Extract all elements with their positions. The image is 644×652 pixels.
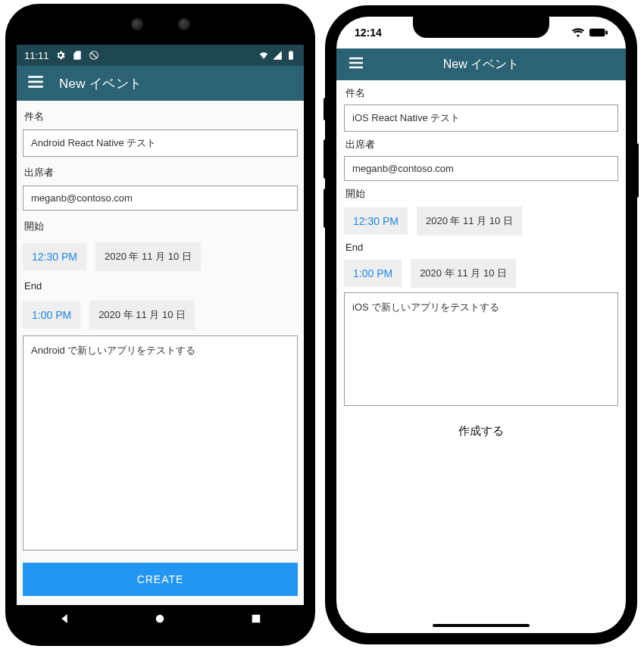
- circle-home-icon: [153, 612, 167, 625]
- subject-input[interactable]: iOS React Native テスト: [344, 105, 618, 132]
- page-title: New イベント: [59, 75, 142, 92]
- svg-rect-5: [589, 29, 605, 36]
- app-header: New イベント: [17, 66, 304, 101]
- form-body: 件名 Android React Native テスト 出席者 meganb@c…: [17, 101, 304, 605]
- end-time-button[interactable]: 1:00 PM: [344, 260, 402, 287]
- notch-icon: [413, 17, 549, 38]
- attendees-input[interactable]: meganb@contoso.com: [344, 156, 618, 181]
- ios-device-frame: 12:14 New イベント 件名 iOS React Native テスト 出…: [327, 7, 636, 643]
- battery-icon: [286, 50, 296, 61]
- start-date-button[interactable]: 2020 年 11 月 10 日: [95, 242, 201, 271]
- svg-point-3: [156, 614, 164, 622]
- wifi-icon: [258, 50, 269, 61]
- body-textarea[interactable]: Android で新しいアプリをテストする: [23, 335, 298, 551]
- end-date-button[interactable]: 2020 年 11 月 10 日: [89, 301, 195, 329]
- menu-icon: [26, 72, 45, 92]
- end-date-button[interactable]: 2020 年 11 月 10 日: [411, 259, 516, 288]
- form-body: 件名 iOS React Native テスト 出席者 meganb@conto…: [336, 80, 626, 633]
- start-label: 開始: [344, 186, 618, 201]
- sensor-icon: [132, 19, 142, 30]
- svg-rect-6: [605, 30, 608, 34]
- subject-label: 件名: [23, 107, 298, 123]
- home-indicator[interactable]: [433, 624, 530, 627]
- subject-input[interactable]: Android React Native テスト: [23, 129, 298, 157]
- android-sensors: [132, 19, 189, 30]
- end-label: End: [23, 277, 298, 292]
- do-not-disturb-icon: [89, 50, 99, 61]
- volume-up-icon: [324, 139, 327, 179]
- subject-label: 件名: [344, 85, 618, 100]
- ios-screen: 12:14 New イベント 件名 iOS React Native テスト 出…: [336, 17, 626, 633]
- square-recents-icon: [249, 612, 263, 625]
- triangle-back-icon: [58, 612, 71, 625]
- svg-rect-4: [252, 614, 261, 622]
- hamburger-menu-button[interactable]: [26, 72, 45, 95]
- attendees-input[interactable]: meganb@contoso.com: [23, 186, 298, 211]
- sensor-icon: [179, 19, 189, 30]
- end-time-button[interactable]: 1:00 PM: [23, 301, 80, 329]
- recents-button[interactable]: [249, 612, 263, 629]
- mute-switch-icon: [324, 98, 327, 120]
- home-button[interactable]: [153, 612, 167, 629]
- status-clock: 12:14: [355, 27, 382, 39]
- start-time-button[interactable]: 12:30 PM: [23, 243, 86, 270]
- android-device-frame: 11:11 New イベント 件名 Androi: [7, 5, 314, 644]
- body-textarea[interactable]: iOS で新しいアプリをテストする: [344, 292, 618, 406]
- status-clock: 11:11: [24, 50, 49, 61]
- end-label: End: [344, 240, 618, 253]
- start-time-button[interactable]: 12:30 PM: [344, 207, 408, 235]
- attendees-label: 出席者: [23, 163, 298, 179]
- attendees-label: 出席者: [344, 136, 618, 151]
- battery-icon: [589, 28, 608, 37]
- create-button[interactable]: CREATE: [23, 563, 298, 596]
- start-date-button[interactable]: 2020 年 11 月 10 日: [417, 207, 522, 236]
- volume-down-icon: [324, 189, 327, 228]
- app-header: New イベント: [336, 48, 626, 80]
- page-title: New イベント: [336, 57, 626, 73]
- back-button[interactable]: [58, 612, 71, 629]
- side-button-icon: [635, 143, 639, 198]
- android-screen: 11:11 New イベント 件名 Androi: [17, 45, 304, 605]
- android-status-bar: 11:11: [17, 45, 304, 66]
- sd-card-icon: [72, 50, 83, 61]
- android-nav-bar: [17, 605, 304, 635]
- gear-icon: [55, 50, 66, 61]
- signal-icon: [272, 50, 283, 61]
- wifi-icon: [571, 28, 585, 37]
- create-button[interactable]: 作成する: [344, 410, 618, 452]
- start-label: 開始: [23, 217, 298, 233]
